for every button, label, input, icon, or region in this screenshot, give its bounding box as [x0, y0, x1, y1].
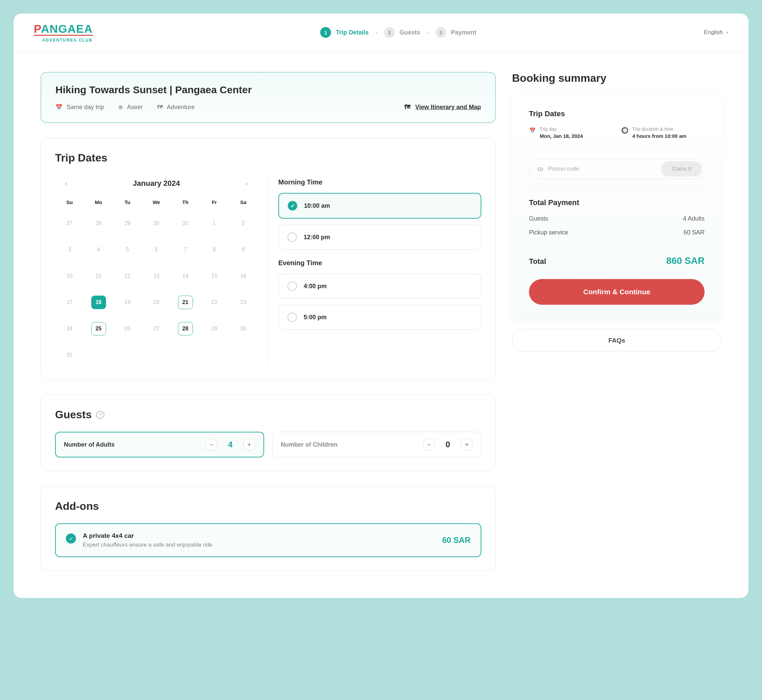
calendar-day[interactable]: 16 — [229, 265, 258, 287]
decrement-button[interactable]: − — [423, 439, 435, 451]
decrement-button[interactable]: − — [205, 439, 217, 451]
step-trip-details[interactable]: 1 Trip Details — [320, 27, 369, 38]
calendar-day — [84, 344, 113, 366]
calendar-day — [200, 344, 229, 366]
smeta-value: 4 hours from 10:00 am — [632, 133, 686, 139]
increment-button[interactable]: + — [243, 439, 255, 451]
link-label: View Itinerary and Map — [415, 104, 481, 111]
time-option[interactable]: 5:00 pm — [278, 305, 481, 330]
smeta-value: Mon, Jan 18, 2024 — [540, 133, 583, 139]
calendar-day[interactable]: 5 — [113, 239, 142, 261]
calendar-day[interactable]: 29 — [200, 318, 229, 339]
logo-tagline: ADVENTURES CLUB — [34, 38, 93, 42]
chevron-right-icon: › — [427, 30, 429, 36]
calendar-day[interactable]: 27 — [55, 212, 84, 234]
calendar-day[interactable]: 6 — [142, 239, 171, 261]
stepper-label: Number of Adults — [64, 441, 114, 448]
calendar-day[interactable]: 13 — [142, 265, 171, 287]
calendar-day — [229, 344, 258, 366]
calendar-day[interactable]: 30 — [142, 212, 171, 234]
calendar-day[interactable]: 28 — [84, 212, 113, 234]
calendar-day[interactable]: 17 — [55, 292, 84, 313]
morning-time-title: Morning Time — [278, 178, 481, 186]
calendar-dow: Mo — [84, 197, 113, 208]
total-row-final: Total 860 SAR — [529, 255, 704, 266]
promo-input[interactable] — [548, 166, 656, 172]
promo-claim-button[interactable]: Claim It — [661, 161, 702, 177]
calendar-day[interactable]: 2 — [229, 212, 258, 234]
calendar-day[interactable]: 22 — [200, 292, 229, 313]
calendar-day[interactable]: 15 — [200, 265, 229, 287]
right-column: Booking summary Trip Dates 📅 Trip day Mo… — [512, 72, 721, 571]
help-icon[interactable]: ? — [96, 411, 105, 419]
addon-desc: Expert chauffeurs ensure a safe and enjo… — [83, 542, 212, 548]
increment-button[interactable]: + — [461, 439, 473, 451]
calendar-day[interactable]: 9 — [229, 239, 258, 261]
confirm-button[interactable]: Confirm & Continue — [529, 279, 704, 305]
calendar-day[interactable]: 29 — [113, 212, 142, 234]
calendar-day[interactable]: 4 — [84, 239, 113, 261]
calendar-day[interactable]: 7 — [171, 239, 200, 261]
time-option[interactable]: 12:00 pm — [278, 225, 481, 250]
smeta-body: Trip duration & time 4 hours from 10:00 … — [632, 127, 686, 139]
calendar-day[interactable]: 25 — [84, 318, 113, 339]
calendar-day[interactable]: 28 — [171, 318, 200, 339]
calendar-day[interactable]: 30 — [229, 318, 258, 339]
calendar-day[interactable]: 27 — [142, 318, 171, 339]
step-number: 2 — [384, 27, 395, 38]
guests-card: Guests ? Number of Adults − 4 + Number o… — [41, 395, 496, 471]
calendar-day[interactable]: 1 — [200, 212, 229, 234]
step-guests[interactable]: 2 Guests — [384, 27, 420, 38]
calendar-next-button[interactable]: › — [242, 178, 251, 189]
calendar-day[interactable]: 23 — [229, 292, 258, 313]
calendar-day[interactable]: 31 — [171, 212, 200, 234]
logo: PANGAEA ADVENTURES CLUB — [34, 22, 93, 42]
time-option[interactable]: 10:00 am — [278, 193, 481, 219]
faqs-button[interactable]: FAQs — [512, 329, 721, 352]
calendar-dow: Fr — [200, 197, 229, 208]
calendar-day[interactable]: 8 — [200, 239, 229, 261]
step-payment[interactable]: 3 Payment — [436, 27, 476, 38]
calendar-icon: 📅 — [529, 127, 536, 134]
view-itinerary-link[interactable]: 🗺 View Itinerary and Map — [404, 104, 481, 111]
app-window: PANGAEA ADVENTURES CLUB 1 Trip Details ›… — [14, 14, 748, 598]
calendar-day[interactable]: 18 — [84, 292, 113, 313]
calendar-prev-button[interactable]: ‹ — [61, 178, 71, 189]
row-value: 4 Adults — [683, 215, 704, 222]
calendar-day[interactable]: 10 — [55, 265, 84, 287]
divider — [529, 189, 704, 189]
dates-grid: ‹ January 2024 › SuMoTuWeThFrSa272829303… — [55, 175, 481, 366]
calendar-day[interactable]: 12 — [113, 265, 142, 287]
meta-value: Same day trip — [67, 104, 104, 111]
time-option[interactable]: 4:00 pm — [278, 273, 481, 298]
calendar-month: January 2024 — [133, 179, 180, 188]
addon-item[interactable]: ✓ A private 4x4 car Expert chauffeurs en… — [55, 523, 481, 557]
meta-value: Adventure — [167, 104, 195, 111]
section-title: Guests ? — [55, 408, 481, 421]
calendar-day[interactable]: 20 — [142, 292, 171, 313]
chevron-right-icon: › — [376, 30, 377, 36]
summary-dates-title: Trip Dates — [529, 109, 704, 118]
total-value: 860 SAR — [666, 255, 704, 266]
row-label: Guests — [529, 215, 548, 222]
divider — [529, 245, 704, 246]
language-selector[interactable]: English ▾ — [704, 29, 728, 36]
meta-category: 🗺 Adventure — [157, 104, 195, 111]
calendar-day[interactable]: 21 — [171, 292, 200, 313]
calendar-day[interactable]: 11 — [84, 265, 113, 287]
meta-region: ⊕ Aseer — [118, 104, 143, 111]
calendar-day[interactable]: 26 — [113, 318, 142, 339]
calendar-day[interactable]: 31 — [55, 344, 84, 366]
logo-underline — [34, 35, 93, 36]
adults-stepper: Number of Adults − 4 + — [55, 432, 264, 458]
calendar-day[interactable]: 24 — [55, 318, 84, 339]
calendar-day[interactable]: 19 — [113, 292, 142, 313]
calendar-day[interactable]: 3 — [55, 239, 84, 261]
smeta-body: Trip day Mon, Jan 18, 2024 — [540, 127, 583, 139]
summary-title: Booking summary — [512, 72, 721, 84]
step-label: Guests — [400, 29, 420, 36]
language-label: English — [704, 29, 723, 36]
evening-time-title: Evening Time — [278, 259, 481, 267]
calendar-day[interactable]: 14 — [171, 265, 200, 287]
step-label: Payment — [451, 29, 476, 36]
